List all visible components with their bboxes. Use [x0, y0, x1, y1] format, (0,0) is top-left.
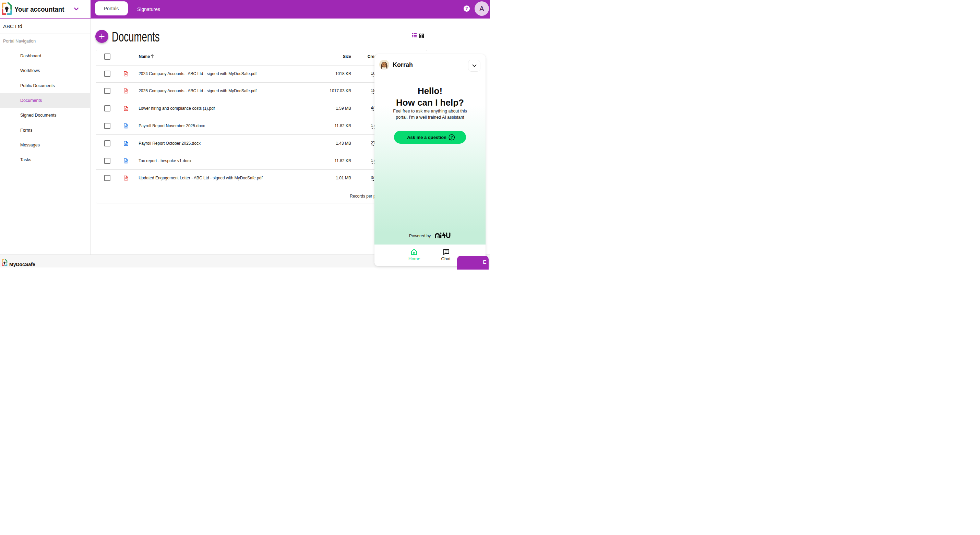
svg-text:?: ?	[450, 135, 453, 139]
